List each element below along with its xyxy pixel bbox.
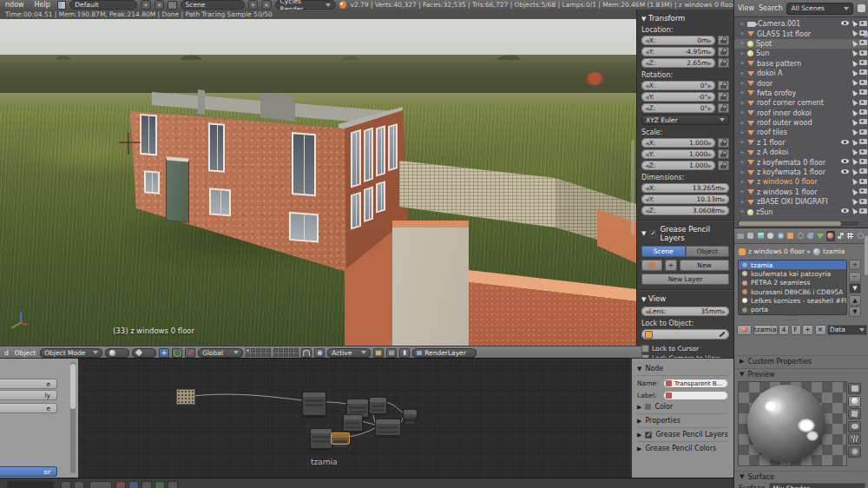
- tab-world-icon[interactable]: [776, 231, 785, 241]
- restrict-render-icon[interactable]: [859, 100, 867, 105]
- manipulator-rotate-icon[interactable]: [172, 348, 182, 358]
- proportional-dropdown[interactable]: Active: [327, 348, 371, 358]
- expand-icon[interactable]: +: [740, 109, 745, 116]
- manipulator-scale-icon[interactable]: [185, 348, 195, 358]
- new-material-button[interactable]: +: [802, 325, 813, 335]
- restrict-render-icon[interactable]: [859, 139, 867, 144]
- visibility-eye-icon[interactable]: [841, 159, 849, 163]
- outliner-row[interactable]: +z windows 1 floor: [734, 188, 868, 197]
- shader-node[interactable]: [375, 419, 401, 436]
- outliner-row[interactable]: +Camera.001: [734, 19, 868, 29]
- outliner-row[interactable]: +roof outer wood: [734, 118, 868, 128]
- lock-to-cursor-checkbox[interactable]: [641, 345, 649, 353]
- render-opengl-icon[interactable]: [373, 348, 384, 358]
- restrict-render-icon[interactable]: [859, 21, 867, 26]
- header-icon[interactable]: [74, 481, 84, 488]
- layers-grid[interactable]: [246, 348, 271, 357]
- screen-layout-selector[interactable]: Default: [69, 0, 137, 10]
- outliner-search-menu[interactable]: Search: [759, 4, 782, 12]
- restrict-render-icon[interactable]: [859, 109, 867, 115]
- lens-field[interactable]: ◀Lens:35mm▶: [641, 307, 729, 316]
- outliner-row[interactable]: +roof tiles: [734, 128, 868, 137]
- viewport-menu-fragment[interactable]: d: [3, 349, 10, 357]
- location-x-field[interactable]: ◀X:0m▶: [641, 36, 715, 45]
- restrict-select-icon[interactable]: [851, 98, 858, 106]
- scale-z-field[interactable]: ◀Z:1.000▶: [641, 161, 715, 170]
- restrict-select-icon[interactable]: [851, 108, 858, 115]
- outliner-row[interactable]: +z windows 0 floor: [734, 177, 868, 187]
- scale-x-field[interactable]: ◀X:1.000▶: [641, 138, 715, 148]
- visibility-eye-icon[interactable]: [841, 208, 849, 213]
- outliner-row[interactable]: +z koyfwmata 1 floor: [734, 168, 868, 177]
- add-scene-button[interactable]: +: [248, 0, 258, 10]
- expand-icon[interactable]: +: [740, 129, 745, 136]
- tab-constraints-icon[interactable]: [796, 231, 805, 241]
- rotation-x-field[interactable]: ◀X:0°▶: [641, 81, 715, 90]
- outliner-row[interactable]: +zBASE OXI DIAGRAFI: [734, 197, 868, 207]
- outliner-row[interactable]: +Sun: [734, 49, 868, 58]
- header-icon[interactable]: [141, 481, 152, 488]
- restrict-select-icon[interactable]: [851, 89, 858, 96]
- shading-dropdown[interactable]: [105, 348, 129, 358]
- restrict-select-icon[interactable]: [851, 39, 858, 47]
- restrict-render-icon[interactable]: [859, 30, 867, 36]
- add-layout-button[interactable]: +: [141, 0, 150, 10]
- outliner-view-menu[interactable]: View: [738, 4, 754, 12]
- menu-help[interactable]: Help: [31, 1, 54, 9]
- shader-node[interactable]: [343, 414, 363, 432]
- viewport-render-icon[interactable]: ▮: [399, 348, 410, 358]
- filter-icon[interactable]: [858, 4, 865, 12]
- header-icon-material[interactable]: [115, 481, 126, 488]
- preview-flat-button[interactable]: [848, 383, 861, 394]
- expand-icon[interactable]: +: [740, 30, 745, 37]
- expand-icon[interactable]: +: [740, 188, 745, 195]
- material-slot-row[interactable]: Lefkes kornizes - seashell #FFF5EE: [739, 296, 846, 305]
- tab-particles-icon[interactable]: [846, 231, 855, 241]
- material-slot-row[interactable]: kourasani D89C86 i CD895A: [739, 287, 846, 296]
- manipulator-translate-icon[interactable]: +: [159, 348, 169, 358]
- remove-scene-button[interactable]: ×: [261, 0, 271, 10]
- outliner-row[interactable]: +base pattern: [734, 59, 868, 69]
- tab-texture-icon[interactable]: [836, 231, 845, 241]
- rotation-y-field[interactable]: ◀Y:-0°▶: [641, 92, 715, 102]
- expand-icon[interactable]: +: [740, 208, 745, 215]
- dimensions-z-field[interactable]: ◀Z:3.0608m▶: [641, 206, 729, 215]
- location-y-field[interactable]: ◀Y:-4.95m▶: [641, 47, 715, 56]
- expand-icon[interactable]: +: [740, 80, 745, 87]
- restrict-render-icon[interactable]: [859, 89, 867, 95]
- new-layer-button[interactable]: New Layer: [641, 274, 729, 285]
- restrict-select-icon[interactable]: [851, 177, 858, 185]
- view-panel-header[interactable]: ▼ View: [641, 294, 729, 303]
- rotation-mode-dropdown[interactable]: XYZ Euler: [641, 115, 729, 125]
- toolshelf-button[interactable]: ly: [0, 390, 57, 400]
- render-engine-selector[interactable]: Cycles Render: [275, 0, 336, 10]
- shader-node[interactable]: [302, 392, 326, 416]
- restrict-render-icon[interactable]: [859, 50, 867, 56]
- header-icon-world[interactable]: [128, 481, 139, 488]
- breadcrumb-material[interactable]: tzamia: [823, 247, 845, 255]
- lock-icon[interactable]: [718, 103, 729, 113]
- render-layer-field[interactable]: RenderLayer: [412, 348, 477, 358]
- remove-layout-button[interactable]: ×: [155, 0, 164, 10]
- expand-icon[interactable]: +: [740, 21, 745, 28]
- outliner-horizontal-scrollbar[interactable]: [737, 221, 858, 226]
- restrict-render-icon[interactable]: [859, 149, 867, 155]
- toolshelf-scrollbar[interactable]: [70, 362, 76, 473]
- restrict-render-icon[interactable]: [859, 159, 867, 164]
- gp-layers-panel-header[interactable]: ▶✓Grease Pencil Layers: [637, 431, 728, 442]
- preview-sphere-button[interactable]: [848, 396, 861, 407]
- render-opengl-anim-icon[interactable]: [386, 348, 397, 358]
- lock-icon[interactable]: [718, 161, 729, 170]
- shader-node[interactable]: [369, 397, 387, 414]
- expand-icon[interactable]: +: [740, 120, 745, 127]
- fake-user-button[interactable]: F: [791, 325, 801, 335]
- viewport-3d[interactable]: Time:00:04.51 | Mem:190.87M, Peak:214.80…: [0, 10, 636, 346]
- outliner-row[interactable]: +Spot: [734, 39, 868, 49]
- preview-hair-button[interactable]: [848, 433, 861, 445]
- preview-monkey-button[interactable]: [848, 421, 861, 432]
- menu-window-fragment[interactable]: ndow: [2, 1, 28, 9]
- outliner-row[interactable]: +roof inner dokoi: [734, 109, 868, 118]
- unlink-material-button[interactable]: ✕: [815, 325, 826, 335]
- outliner-row[interactable]: +GLASS 1st floor: [734, 29, 868, 38]
- restrict-select-icon[interactable]: [851, 138, 858, 146]
